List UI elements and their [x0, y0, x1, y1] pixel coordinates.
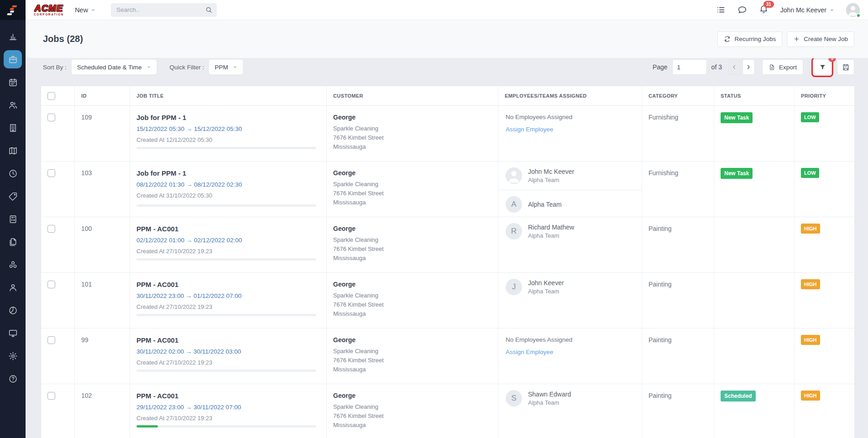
category-cell: Furnishing [642, 162, 714, 219]
task-list-icon[interactable] [716, 5, 726, 15]
job-id-cell: 99 [75, 328, 130, 384]
export-file-icon [769, 64, 775, 71]
app-logo[interactable] [0, 0, 26, 20]
sidebar-item-documents[interactable] [0, 230, 26, 253]
row-checkbox[interactable] [47, 336, 55, 344]
sidebar-item-cubes[interactable] [0, 253, 26, 276]
customer-company: Sparkle Cleaning [333, 292, 492, 299]
assignee-entry[interactable]: SShawn EdwardAlpha Team [498, 384, 642, 412]
assignee-entry[interactable]: AAlpha Team [498, 190, 642, 219]
column-header: CATEGORY [642, 86, 714, 105]
job-title-link[interactable]: PPM - AC001 [136, 225, 320, 233]
notifications-button[interactable]: 31 [759, 4, 769, 16]
customer-cell: George Sparkle Cleaning 7676 Kimbel Stre… [327, 273, 498, 328]
job-title-link[interactable]: PPM - AC001 [136, 281, 320, 288]
sidebar-item-building[interactable] [0, 116, 26, 139]
table-row: 100 PPM - AC001 02/12/2022 01:00 → 02/12… [41, 217, 854, 273]
notification-count-badge: 31 [763, 1, 774, 8]
quick-filter-select[interactable]: PPM [209, 59, 243, 75]
pie-chart-icon [8, 306, 18, 315]
sidebar-item-map[interactable] [0, 139, 26, 162]
assign-employee-link[interactable]: Assign Employee [506, 126, 634, 133]
search-input[interactable] [111, 3, 217, 17]
job-title-link[interactable]: PPM - AC001 [136, 392, 320, 400]
table-header-row: IDJOB TITLECUSTOMEREMPLOYEES/TEAMS ASSIG… [41, 86, 854, 106]
app-logo-icon [7, 4, 19, 16]
assignees-cell: No Employees AssignedAssign Employee [498, 328, 642, 384]
sidebar-item-calculator[interactable] [0, 208, 26, 230]
row-checkbox[interactable] [47, 225, 55, 233]
sidebar-item-gear[interactable] [0, 344, 26, 367]
select-all-checkbox[interactable] [47, 92, 55, 100]
customer-name[interactable]: George [333, 281, 492, 288]
page-number-input[interactable] [672, 59, 707, 75]
assignee-entry[interactable]: JJohn KeeverAlpha Team [498, 273, 642, 301]
sidebar-item-pie-chart[interactable] [0, 299, 26, 322]
customer-name[interactable]: George [333, 225, 492, 232]
table-body: 109 Job for PPM - 1 15/12/2022 05:30 → 1… [41, 106, 854, 438]
assignee-entry[interactable]: RRichard MathewAlpha Team [498, 217, 642, 245]
sidebar-item-clock[interactable] [0, 162, 26, 185]
job-id: 103 [81, 169, 92, 177]
job-schedule-link[interactable]: 30/11/2022 02:00 → 30/11/2022 03:00 [136, 348, 320, 355]
row-checkbox[interactable] [47, 114, 55, 121]
sidebar-item-calendar[interactable] [0, 71, 26, 94]
customer-cell: George Sparkle Cleaning 7676 Kimbel Stre… [327, 217, 498, 272]
acme-logo-sub: CORPORATION [34, 13, 64, 16]
chevron-down-icon [146, 65, 151, 69]
row-checkbox[interactable] [47, 392, 55, 400]
sidebar-item-briefcase[interactable] [0, 48, 26, 71]
sidebar-item-help[interactable] [0, 367, 26, 390]
sidebar-item-bar-chart[interactable] [0, 25, 26, 48]
user-menu[interactable]: John Mc Keever [780, 6, 834, 14]
job-title-link[interactable]: Job for PPM - 1 [136, 114, 320, 121]
job-title-link[interactable]: Job for PPM - 1 [136, 169, 320, 177]
recurring-jobs-button[interactable]: Recurring Jobs [717, 31, 782, 47]
job-schedule-link[interactable]: 15/12/2022 05:30 → 15/12/2022 05:30 [136, 125, 320, 132]
next-page-button[interactable] [743, 59, 755, 75]
quick-filter-value: PPM [214, 64, 228, 71]
customer-name[interactable]: George [333, 114, 492, 121]
header-checkbox-cell [41, 86, 75, 105]
sidebar-item-tag[interactable] [0, 185, 26, 208]
customer-city: Mississauga [333, 310, 492, 317]
priority-cell: HIGH [795, 328, 854, 384]
assignee-entry[interactable]: John Mc KeeverAlpha Team [498, 162, 642, 190]
job-title-link[interactable]: PPM - AC001 [136, 336, 320, 344]
no-employees-text: No Employees Assigned [506, 336, 634, 343]
save-view-button[interactable] [837, 59, 854, 75]
job-schedule-link[interactable]: 30/11/2022 23:00 → 01/12/2022 07:00 [136, 292, 320, 299]
row-checkbox[interactable] [47, 169, 55, 177]
export-button[interactable]: Export [762, 59, 803, 75]
gear-icon [8, 351, 18, 361]
filter-button[interactable] [814, 59, 831, 75]
new-menu-label: New [75, 6, 88, 14]
customer-name[interactable]: George [333, 392, 492, 399]
sidebar-item-users[interactable] [0, 94, 26, 116]
new-menu-button[interactable]: New [75, 6, 95, 14]
assign-employee-link[interactable]: Assign Employee [506, 349, 634, 355]
prev-page-button[interactable] [728, 59, 741, 75]
job-schedule-link[interactable]: 29/11/2022 23:00 → 30/11/2022 07:00 [136, 404, 320, 411]
monitor-icon [8, 328, 18, 338]
customer-name[interactable]: George [333, 169, 492, 177]
user-avatar[interactable] [846, 3, 860, 17]
job-category: Painting [648, 336, 672, 344]
search-icon[interactable] [205, 6, 213, 14]
row-checkbox-cell [41, 106, 75, 161]
customer-name[interactable]: George [333, 336, 492, 344]
sort-by-select[interactable]: Scheduled Date & Time [71, 59, 157, 75]
chat-icon[interactable] [737, 5, 747, 15]
job-created-at: Created At 27/10/2022 19:23 [136, 303, 320, 310]
sidebar-item-monitor[interactable] [0, 322, 26, 344]
row-checkbox[interactable] [47, 281, 55, 288]
job-schedule-link[interactable]: 08/12/2022 01:30 → 08/12/2022 02:30 [136, 181, 320, 188]
priority-cell: LOW [795, 106, 854, 161]
job-id-cell: 109 [75, 106, 130, 161]
assignee-letter-avatar: J [506, 279, 522, 295]
assignee-letter-avatar: A [506, 196, 522, 213]
job-schedule-link[interactable]: 02/12/2022 01:00 → 02/12/2022 02:00 [136, 237, 320, 244]
sidebar-item-person[interactable] [0, 276, 26, 299]
acme-logo[interactable]: ACME CORPORATION [34, 4, 64, 16]
create-new-job-button[interactable]: Create New Job [787, 31, 854, 47]
